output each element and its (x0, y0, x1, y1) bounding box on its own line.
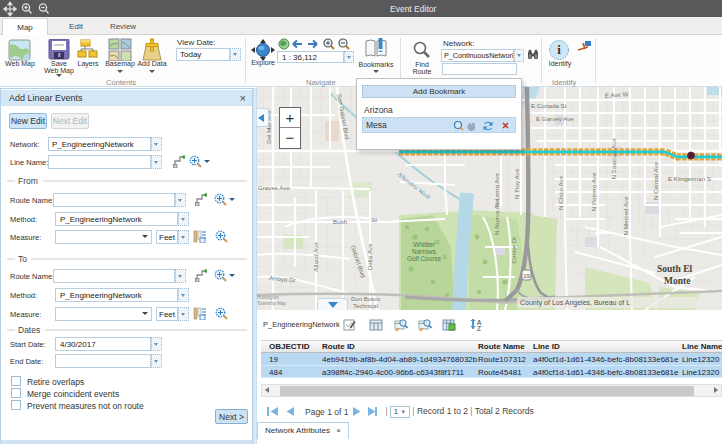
svg-text:N Nueva Ave: N Nueva Ave (493, 198, 500, 235)
svg-text:N Seaman Ave: N Seaman Ave (610, 138, 617, 180)
svg-text:Narrows: Narrows (412, 248, 436, 255)
svg-text:To: To (18, 254, 27, 264)
svg-text:E Klingerman S: E Klingerman S (668, 175, 711, 182)
svg-text:Golf Course: Golf Course (407, 255, 442, 262)
svg-text:County of Los Angeles, Bureau: County of Los Angeles, Bureau of L (520, 299, 630, 307)
svg-text:E Cortada St: E Cortada St (531, 102, 567, 109)
svg-text:Delta Ave: Delta Ave (366, 243, 373, 270)
svg-text:Whittier: Whittier (413, 241, 436, 248)
svg-text:Page 1 of 1: Page 1 of 1 (305, 407, 349, 417)
svg-text:Dates: Dates (18, 325, 40, 335)
svg-text:i: i (557, 42, 561, 57)
svg-text:19: 19 (523, 273, 530, 279)
svg-text:N Potrero Ave: N Potrero Ave (590, 172, 597, 211)
svg-text:Bush: Bush (333, 218, 348, 225)
svg-text:Graves Ave: Graves Ave (258, 184, 290, 191)
svg-text:Don Bosco: Don Bosco (351, 296, 381, 302)
svg-text:From: From (18, 176, 38, 186)
svg-text:Township Map: Township Map (257, 301, 286, 306)
svg-text:Monte: Monte (664, 276, 690, 286)
svg-text:Atland Ave: Atland Ave (312, 242, 319, 272)
svg-text:E Garvey Ave: E Garvey Ave (536, 115, 574, 122)
svg-text:N Merced Ave: N Merced Ave (622, 196, 629, 235)
svg-text:N Central Ave: N Central Ave (652, 161, 659, 200)
svg-text:Z: Z (477, 325, 481, 332)
svg-text:Center Dr: Center Dr (510, 237, 517, 264)
svg-text:South El: South El (657, 264, 692, 274)
svg-text:Technical: Technical (353, 303, 378, 309)
svg-text:St: St (371, 216, 377, 223)
svg-text:N Chico Ave: N Chico Ave (557, 175, 564, 209)
svg-text:N Troy Ave: N Troy Ave (513, 168, 520, 199)
svg-text:Huntington: Huntington (257, 295, 279, 300)
